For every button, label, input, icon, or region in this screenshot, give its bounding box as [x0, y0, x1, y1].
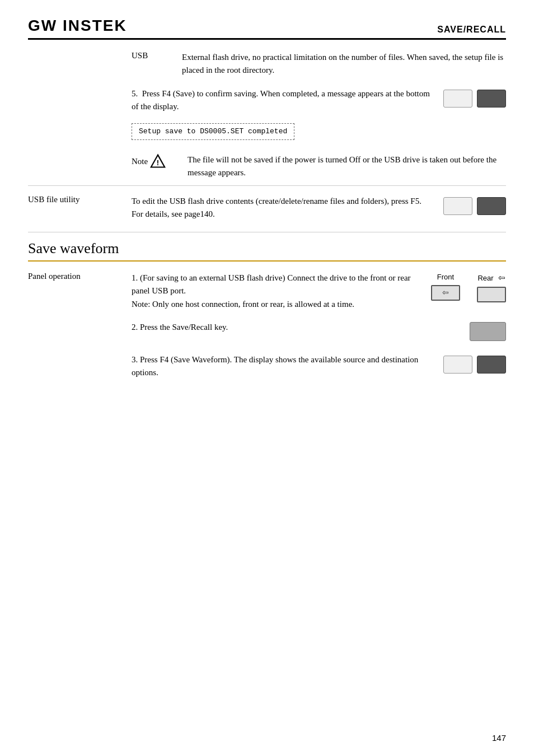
step5-number: 5. [132, 89, 140, 98]
usb-utility-row: USB file utility To edit the USB flash d… [28, 195, 506, 233]
step5-number-col [28, 87, 132, 146]
panel-op-step2-row: 2. Press the Save/Recall key. [28, 321, 506, 341]
usb-label-spacer [28, 51, 132, 77]
front-usb-symbol: ⇦ [442, 287, 449, 299]
panel-op-step2-body: 2. Press the Save/Recall key. [132, 321, 506, 341]
usb-ports-diagram: Front ⇦ Rear ⇦ [431, 272, 506, 302]
step5-body: 5. Press F4 (Save) to confirm saving. Wh… [132, 87, 506, 146]
usb-entry-row: USB External flash drive, no practical l… [28, 51, 506, 77]
button-f4-utility [443, 197, 472, 215]
step1-text: (For saving to an external USB flash dri… [132, 273, 411, 309]
step2-text: Press the Save/Recall key. [140, 323, 228, 332]
usb-utility-body: To edit the USB flash drive contents (cr… [132, 195, 506, 221]
step5-text: Press F4 (Save) to confirm saving. When … [132, 89, 430, 111]
step3-buttons [443, 356, 506, 374]
save-waveform-section: Save waveform [28, 240, 506, 262]
panel-op-step3-body: 3. Press F4 (Save Waveform). The display… [132, 353, 506, 380]
note-label-text: Note [132, 157, 148, 166]
front-port-box: ⇦ [431, 285, 460, 301]
logo: GW INSTEK [28, 17, 127, 35]
usb-utility-text: To edit the USB flash drive contents (cr… [132, 197, 421, 218]
button-f5-utility [477, 197, 506, 215]
usb-description: External flash drive, no practical limit… [182, 51, 506, 77]
usb-utility-label: USB file utility [28, 195, 132, 221]
usb-term: USB [132, 51, 182, 77]
button-f3-step5 [443, 90, 472, 108]
page-number: 147 [492, 733, 506, 743]
note-text: The file will not be saved if the power … [188, 153, 506, 180]
panel-op-step1-text-col: 1. (For saving to an external USB flash … [132, 272, 420, 311]
save-recall-key-button [470, 322, 506, 341]
step2-number: 2. [132, 323, 138, 332]
svg-text:!: ! [157, 158, 159, 167]
heading-divider [28, 260, 506, 262]
front-label: Front [437, 272, 454, 283]
save-waveform-heading: Save waveform [28, 240, 506, 257]
page-header: GW INSTEK SAVE/RECALL [28, 17, 506, 40]
rear-usb-arrow: ⇦ [498, 272, 505, 284]
panel-op-step3-row: 3. Press F4 (Save Waveform). The display… [28, 353, 506, 380]
completion-message: Setup save to DS0005.SET completed [132, 123, 294, 140]
step3-text: Press F4 (Save Waveform). The display sh… [132, 355, 418, 377]
step3-number: 3. [132, 355, 138, 364]
step2-label-spacer [28, 321, 132, 341]
rear-label: Rear [477, 273, 493, 284]
usb-utility-buttons [443, 197, 506, 215]
rear-port-box [477, 287, 506, 302]
warning-icon: ! [150, 153, 166, 169]
section-divider-1 [28, 185, 506, 186]
step3-label-spacer [28, 353, 132, 380]
note-spacer [28, 153, 132, 180]
section-title: SAVE/RECALL [437, 25, 506, 35]
panel-op-step1-row: Panel operation 1. (For saving to an ext… [28, 272, 506, 311]
step5-buttons [443, 90, 506, 108]
front-port-group: Front ⇦ [431, 272, 460, 301]
panel-op-step1-body: 1. (For saving to an external USB flash … [132, 272, 506, 311]
step1-number: 1. [132, 273, 138, 282]
panel-op-label: Panel operation [28, 272, 132, 311]
note-label-group: Note ! [132, 153, 182, 169]
button-f3-step3 [443, 356, 472, 374]
button-f4-step3 [477, 356, 506, 374]
note-row: Note ! The file will not be saved if the… [28, 153, 506, 180]
rear-port-group: Rear ⇦ [477, 272, 506, 302]
button-f4-step5 [477, 90, 506, 108]
step5-row: 5. Press F4 (Save) to confirm saving. Wh… [28, 87, 506, 146]
note-content: Note ! The file will not be saved if the… [132, 153, 506, 180]
